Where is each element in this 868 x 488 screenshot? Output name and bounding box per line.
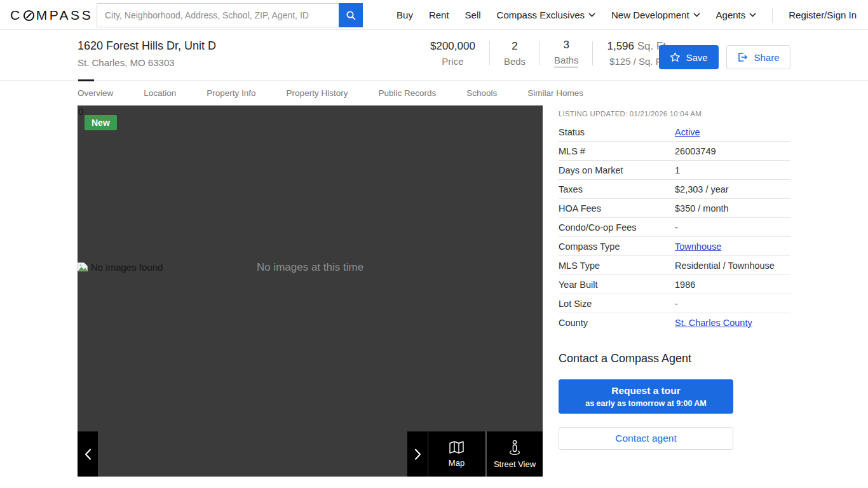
status-link[interactable]: Active [675,127,700,137]
photo-index: 0 [78,106,83,117]
map-icon [449,440,465,454]
listing-page: CMPASS Buy Rent Sell Compass Exclusives … [0,0,868,488]
compass-o-icon [23,10,35,22]
table-row-mls-type: MLS Type Residential / Townhouse [559,256,790,275]
nav-new-development[interactable]: New Development [611,10,700,20]
stat-baths: 3 Baths [540,39,592,67]
table-row-condo-fees: Condo/Co-op Fees - [559,218,790,237]
contact-agent-heading: Contact a Compass Agent [559,352,691,365]
search-icon [346,10,356,21]
tab-schools[interactable]: Schools [466,88,497,98]
baths-label[interactable]: Baths [554,55,578,67]
nav-compass-exclusives[interactable]: Compass Exclusives [497,10,595,20]
search-bar [97,3,363,27]
tab-property-history[interactable]: Property History [287,88,348,98]
nav-links: Buy Rent Sell Compass Exclusives New Dev… [397,0,857,30]
nav-sell[interactable]: Sell [465,10,481,20]
tab-location[interactable]: Location [144,88,176,98]
tab-property-info[interactable]: Property Info [207,88,255,98]
share-button[interactable]: Share [726,45,790,69]
tour-availability: as early as tomorrow at 9:00 AM [559,399,733,408]
city-state-zip: St. Charles, MO 63303 [78,57,216,68]
no-images-message: No images at this time [78,261,543,274]
compass-type-link[interactable]: Townhouse [675,241,721,252]
section-tabs: Overview Location Property Info Property… [0,81,868,105]
star-icon [670,52,681,62]
search-button[interactable] [339,3,363,27]
top-navigation: CMPASS Buy Rent Sell Compass Exclusives … [0,0,868,30]
chevron-down-icon [749,13,756,17]
new-badge: New [85,115,117,130]
nav-register-sign-in[interactable]: Register/Sign In [789,10,857,20]
map-button[interactable]: Map [428,431,485,477]
table-row-days-on-market: Days on Market 1 [559,161,790,180]
county-link[interactable]: St. Charles County [675,318,752,328]
table-row-lot-size: Lot Size - [559,294,790,313]
tab-overview[interactable]: Overview [78,88,113,98]
photo-gallery: 0 New No images found No images at this … [78,105,543,477]
chevron-down-icon [588,13,595,17]
table-row-compass-type: Compass Type Townhouse [559,237,790,256]
previous-photo-button[interactable] [78,431,98,477]
nav-divider [772,8,773,23]
table-row-taxes: Taxes $2,303 / year [559,180,790,199]
share-icon [737,52,749,62]
key-stats: $200,000 Price 2 Beds 3 Baths 1,596 Sq. … [416,39,683,67]
nav-rent[interactable]: Rent [429,10,449,20]
table-row-mls-number: MLS # 26003749 [559,142,790,161]
nav-agents[interactable]: Agents [716,10,757,20]
next-photo-button[interactable] [407,431,428,477]
property-address: 1620 Forest Hills Dr, Unit D St. Charles… [78,39,216,68]
tab-public-records[interactable]: Public Records [378,88,436,98]
contact-agent-button[interactable]: Contact agent [559,427,733,450]
search-input[interactable] [97,3,339,27]
details-table: Status Active MLS # 26003749 Days on Mar… [559,123,790,332]
tab-similar-homes[interactable]: Similar Homes [527,88,583,98]
table-row-hoa-fees: HOA Fees $350 / month [559,199,790,218]
chevron-right-icon [414,449,421,460]
table-row-status: Status Active [559,123,790,142]
table-row-county: County St. Charles County [559,313,790,332]
logo-text-right: MPASS [36,8,93,23]
save-button[interactable]: Save [659,45,719,69]
address-line: 1620 Forest Hills Dr, Unit D [78,39,216,53]
property-header: 1620 Forest Hills Dr, Unit D St. Charles… [0,30,868,81]
chevron-left-icon [85,449,92,460]
chevron-down-icon [693,13,700,17]
stat-price: $200,000 Price [416,40,489,67]
compass-logo[interactable]: CMPASS [10,8,93,23]
street-view-button[interactable]: Street View [486,431,543,477]
request-tour-button[interactable]: Request a tour as early as tomorrow at 9… [559,379,733,414]
street-view-pegman-icon [506,440,523,456]
listing-details-panel: LISTING UPDATED: 01/21/2026 10:04 AM Sta… [559,105,790,477]
stat-beds: 2 Beds [490,40,539,67]
logo-text-left: C [10,8,22,23]
listing-updated: LISTING UPDATED: 01/21/2026 10:04 AM [559,110,702,118]
nav-buy[interactable]: Buy [397,10,413,20]
table-row-year-built: Year Built 1986 [559,275,790,294]
